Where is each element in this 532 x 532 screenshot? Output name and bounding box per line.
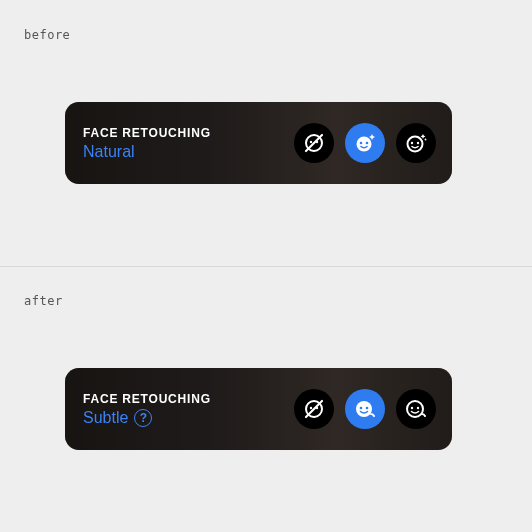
help-icon[interactable]: ? xyxy=(134,409,152,427)
option-icons xyxy=(294,389,436,429)
svg-point-15 xyxy=(356,401,372,417)
svg-point-5 xyxy=(360,142,363,145)
svg-point-16 xyxy=(360,407,363,410)
retouch-smooth-button[interactable] xyxy=(396,389,436,429)
before-label: before xyxy=(24,28,70,42)
svg-point-1 xyxy=(310,141,312,143)
panel-title: FACE RETOUCHING xyxy=(83,392,294,406)
face-off-icon xyxy=(302,131,326,155)
after-section: after FACE RETOUCHING Subtle ? xyxy=(0,266,532,532)
svg-point-10 xyxy=(425,139,427,141)
retouch-natural-button[interactable] xyxy=(345,123,385,163)
retouch-subtle-button[interactable] xyxy=(345,389,385,429)
retouching-panel-before: FACE RETOUCHING Natural xyxy=(65,102,452,184)
face-subtle-icon xyxy=(353,397,377,421)
svg-point-17 xyxy=(366,407,369,410)
before-section: before FACE RETOUCHING Natural xyxy=(0,0,532,266)
svg-point-6 xyxy=(366,142,369,145)
value-row: Natural xyxy=(83,143,294,161)
option-icons xyxy=(294,123,436,163)
face-soft-icon xyxy=(404,131,428,155)
panel-title: FACE RETOUCHING xyxy=(83,126,294,140)
retouching-panel-after: FACE RETOUCHING Subtle ? xyxy=(65,368,452,450)
retouch-off-button[interactable] xyxy=(294,123,334,163)
svg-point-12 xyxy=(310,407,312,409)
svg-point-4 xyxy=(357,137,372,152)
face-off-icon xyxy=(302,397,326,421)
svg-point-7 xyxy=(408,137,423,152)
panel-text: FACE RETOUCHING Subtle ? xyxy=(83,392,294,427)
svg-point-8 xyxy=(411,142,413,144)
face-smooth-icon xyxy=(404,397,428,421)
svg-point-19 xyxy=(411,407,413,409)
retouch-soft-button[interactable] xyxy=(396,123,436,163)
face-natural-icon xyxy=(353,131,377,155)
retouch-off-button[interactable] xyxy=(294,389,334,429)
value-row: Subtle ? xyxy=(83,409,294,427)
panel-value: Subtle xyxy=(83,409,128,427)
svg-point-18 xyxy=(407,401,423,417)
svg-point-20 xyxy=(417,407,419,409)
panel-text: FACE RETOUCHING Natural xyxy=(83,126,294,161)
after-label: after xyxy=(24,294,63,308)
svg-point-9 xyxy=(417,142,419,144)
panel-value: Natural xyxy=(83,143,135,161)
